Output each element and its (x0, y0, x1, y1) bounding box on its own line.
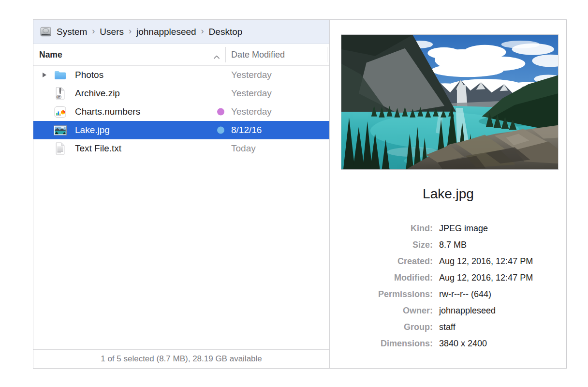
file-browser-pane: System › Users › johnappleseed › Desktop… (33, 20, 330, 368)
photo-preview[interactable] (341, 34, 559, 170)
finder-window: System › Users › johnappleseed › Desktop… (33, 19, 567, 369)
column-divider[interactable] (225, 47, 226, 62)
file-date-modified: Yesterday (231, 88, 272, 99)
file-date-modified: Yesterday (231, 70, 272, 80)
detail-label: Dimensions: (330, 339, 433, 349)
detail-row-dimensions: Dimensions: 3840 x 2400 (330, 335, 562, 352)
detail-value: johnappleseed (439, 306, 496, 316)
lake-photo-illustration (341, 35, 558, 169)
detail-label: Kind: (330, 223, 433, 234)
file-row-text-file-txt[interactable]: Text File.txt Today (33, 139, 329, 158)
file-row-charts-numbers[interactable]: Charts.numbers Yesterday (33, 103, 329, 121)
file-date-modified: Yesterday (231, 106, 272, 117)
file-row-lake-jpg[interactable]: Lake.jpg 8/12/16 (33, 121, 329, 139)
file-name: Text File.txt (75, 143, 121, 154)
detail-value: Aug 12, 2016, 12:47 PM (439, 273, 533, 283)
detail-value: staff (439, 322, 456, 332)
column-divider[interactable] (327, 47, 327, 62)
breadcrumb-segment-desktop[interactable]: Desktop (209, 27, 243, 37)
tag-dot-blue (217, 127, 224, 134)
breadcrumb-separator: › (201, 26, 204, 36)
file-details: Kind: JPEG image Size: 8.7 MB Created: A… (330, 220, 562, 352)
preview-pane: Lake.jpg Kind: JPEG image Size: 8.7 MB C… (330, 20, 566, 368)
detail-label: Permissions: (330, 289, 433, 299)
detail-row-permissions: Permissions: rw-r--r-- (644) (330, 286, 562, 302)
file-name: Lake.jpg (75, 125, 110, 135)
status-text: 1 of 5 selected (8.7 MB), 28.19 GB avail… (101, 354, 262, 364)
breadcrumb-separator: › (129, 26, 132, 36)
detail-label: Owner: (330, 306, 433, 316)
detail-row-created: Created: Aug 12, 2016, 12:47 PM (330, 253, 562, 269)
sort-ascending-icon (213, 53, 220, 57)
breadcrumb-segment-users[interactable]: Users (100, 27, 124, 37)
column-header-name[interactable]: Name (39, 50, 62, 60)
file-name: Charts.numbers (75, 106, 140, 117)
detail-value: 8.7 MB (439, 240, 467, 250)
file-name: Photos (75, 70, 103, 80)
breadcrumb-separator: › (92, 26, 95, 36)
detail-row-kind: Kind: JPEG image (330, 220, 562, 237)
zip-file-icon: ZIP (54, 87, 67, 100)
file-date-modified: Today (231, 143, 256, 154)
detail-row-group: Group: staff (330, 319, 562, 335)
file-date-modified: 8/12/16 (231, 125, 262, 135)
detail-label: Modified: (330, 273, 433, 283)
numbers-document-icon (54, 105, 67, 119)
detail-label: Group: (330, 322, 433, 332)
detail-value: rw-r--r-- (644) (439, 289, 491, 299)
path-bar: System › Users › johnappleseed › Desktop (33, 20, 329, 44)
tag-dot-purple (217, 108, 224, 116)
detail-value: JPEG image (439, 223, 488, 234)
detail-row-size: Size: 8.7 MB (330, 237, 562, 253)
column-header-date-modified[interactable]: Date Modified (231, 50, 285, 60)
folder-icon (54, 69, 67, 82)
detail-row-owner: Owner: johnappleseed (330, 302, 562, 319)
file-row-archive-zip[interactable]: ZIP Archive.zip Yesterday (33, 84, 329, 103)
detail-label: Size: (330, 240, 433, 250)
detail-value: 3840 x 2400 (439, 339, 487, 349)
detail-label: Created: (330, 256, 433, 267)
file-list: Photos Yesterday ZIP Ar (33, 66, 329, 158)
disclosure-triangle-icon[interactable] (41, 73, 48, 77)
breadcrumb-segment-system[interactable]: System (57, 27, 87, 37)
breadcrumb-segment-johnappleseed[interactable]: johnappleseed (136, 27, 196, 37)
image-thumbnail-icon (54, 124, 67, 137)
zip-badge-label: ZIP (58, 96, 60, 98)
file-row-photos[interactable]: Photos Yesterday (33, 66, 329, 84)
detail-row-modified: Modified: Aug 12, 2016, 12:47 PM (330, 269, 562, 286)
detail-value: Aug 12, 2016, 12:47 PM (439, 256, 533, 267)
status-bar: 1 of 5 selected (8.7 MB), 28.19 GB avail… (33, 349, 329, 368)
text-document-icon (54, 142, 67, 155)
file-name: Archive.zip (75, 88, 120, 99)
preview-file-title: Lake.jpg (330, 186, 566, 202)
list-column-header: Name Date Modified (33, 44, 329, 66)
hard-drive-icon (40, 26, 52, 38)
